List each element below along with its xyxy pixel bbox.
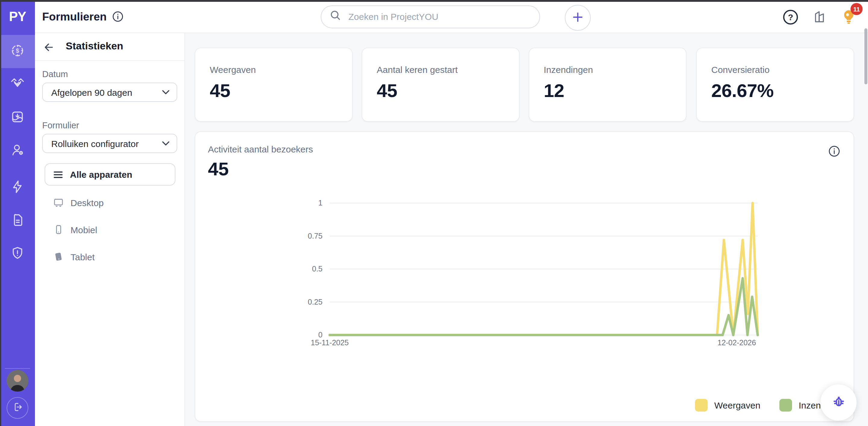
all-devices-label: Alle apparaten	[70, 169, 132, 179]
user-settings-icon	[10, 143, 25, 160]
page-title: Formulieren	[42, 0, 124, 33]
activity-line-chart: 00.250.50.75115-11-202512-02-2026	[195, 132, 855, 422]
legend-swatch-green	[779, 399, 792, 411]
monitor-icon	[53, 197, 64, 208]
app-logo[interactable]: PY	[0, 0, 35, 33]
main-content: Weergaven 45 Aantal keren gestart 45 Inz…	[185, 33, 868, 426]
svg-text:1: 1	[318, 199, 322, 207]
bug-report-button[interactable]	[820, 385, 857, 421]
device-filter-mobile[interactable]: Mobiel	[53, 224, 97, 236]
info-icon[interactable]	[112, 11, 124, 22]
sidebar-divider	[5, 368, 30, 369]
inbox-download-icon	[10, 110, 25, 127]
primary-sidebar: PY $	[0, 0, 35, 426]
plus-icon	[571, 10, 584, 25]
back-button[interactable]	[43, 41, 54, 53]
tablet-icon	[53, 251, 64, 262]
bug-icon	[830, 393, 846, 412]
avatar[interactable]	[7, 370, 28, 392]
document-icon	[10, 213, 25, 230]
shield-alert-icon	[10, 246, 25, 263]
statistics-panel: Statistieken Datum Afgelopen 90 dagen Fo…	[35, 33, 185, 426]
sidebar-item-deals[interactable]	[4, 72, 31, 98]
svg-text:0.5: 0.5	[312, 264, 322, 273]
topbar: Formulieren ?	[35, 0, 868, 33]
menu-lines-icon	[54, 171, 63, 178]
notifications-button[interactable]: 11	[836, 5, 861, 31]
svg-text:0.75: 0.75	[308, 232, 322, 240]
search-icon	[330, 10, 341, 24]
form-select[interactable]: Rolluiken configurator	[42, 134, 177, 153]
legend-swatch-yellow	[695, 399, 708, 411]
legend-weergaven[interactable]: Weergaven	[695, 398, 761, 412]
lightning-icon	[10, 179, 25, 196]
sidebar-item-automation[interactable]	[4, 175, 31, 201]
handshake-icon	[10, 76, 25, 93]
stat-card-submissions: Inzendingen 12	[529, 47, 687, 122]
building-icon	[812, 9, 828, 27]
svg-text:0: 0	[318, 330, 322, 339]
stat-value: 45	[210, 80, 352, 102]
logout-icon	[12, 401, 23, 415]
date-filter-label: Datum	[42, 69, 68, 79]
legend-label: Weergaven	[714, 400, 761, 410]
app-window: PY $	[0, 0, 868, 426]
search-input[interactable]	[347, 11, 531, 22]
device-label: Tablet	[70, 252, 95, 262]
device-filter-tablet[interactable]: Tablet	[53, 251, 95, 263]
notification-badge: 11	[850, 3, 863, 15]
svg-text:0.25: 0.25	[308, 298, 322, 306]
form-select-value: Rolluiken configurator	[51, 138, 138, 149]
svg-text:$: $	[16, 47, 19, 54]
stat-card-views: Weergaven 45	[195, 47, 352, 122]
stat-card-conversion: Conversieratio 26.67%	[696, 47, 854, 122]
company-button[interactable]	[807, 5, 832, 31]
all-devices-button[interactable]: Alle apparaten	[44, 163, 176, 186]
stat-label: Conversieratio	[711, 64, 854, 75]
chevron-down-icon	[162, 90, 169, 95]
svg-text:15-11-2025: 15-11-2025	[311, 338, 349, 347]
stat-label: Weergaven	[210, 64, 352, 75]
global-search[interactable]	[321, 5, 540, 28]
create-new-button[interactable]	[565, 5, 591, 31]
form-filter-label: Formulier	[42, 121, 79, 130]
stat-value: 45	[377, 80, 519, 102]
device-filter-desktop[interactable]: Desktop	[53, 196, 104, 208]
page-title-label: Formulieren	[42, 10, 107, 23]
sidebar-item-statistics[interactable]: $	[4, 39, 31, 65]
sidebar-item-users[interactable]	[4, 138, 31, 164]
target-money-icon: $	[10, 43, 25, 60]
scrollbar[interactable]	[864, 28, 867, 84]
smartphone-icon	[53, 224, 64, 235]
svg-text:12-02-2026: 12-02-2026	[717, 338, 756, 347]
stat-label: Aantal keren gestart	[377, 64, 519, 75]
stat-label: Inzendingen	[544, 64, 686, 75]
device-label: Desktop	[70, 197, 104, 207]
panel-header: Statistieken	[35, 33, 185, 61]
stat-card-starts: Aantal keren gestart 45	[362, 47, 520, 122]
help-button[interactable]: ?	[778, 5, 803, 31]
device-label: Mobiel	[70, 224, 97, 235]
chevron-down-icon	[162, 141, 169, 146]
window-edge	[0, 0, 868, 1]
help-icon: ?	[782, 9, 798, 27]
svg-text:?: ?	[787, 12, 793, 22]
stat-value: 12	[544, 80, 686, 102]
sidebar-item-security[interactable]	[4, 241, 31, 267]
sidebar-item-forms[interactable]	[4, 208, 31, 234]
date-range-value: Afgelopen 90 dagen	[51, 87, 132, 97]
logout-button[interactable]	[7, 397, 28, 419]
window-edge	[0, 0, 1, 426]
activity-chart-card: Activiteit aantal bezoekers 45 00.250.50…	[195, 131, 854, 422]
sidebar-item-inbox[interactable]	[4, 105, 31, 131]
stat-value: 26.67%	[711, 80, 854, 102]
panel-title: Statistieken	[66, 40, 123, 53]
date-range-select[interactable]: Afgelopen 90 dagen	[42, 83, 177, 102]
